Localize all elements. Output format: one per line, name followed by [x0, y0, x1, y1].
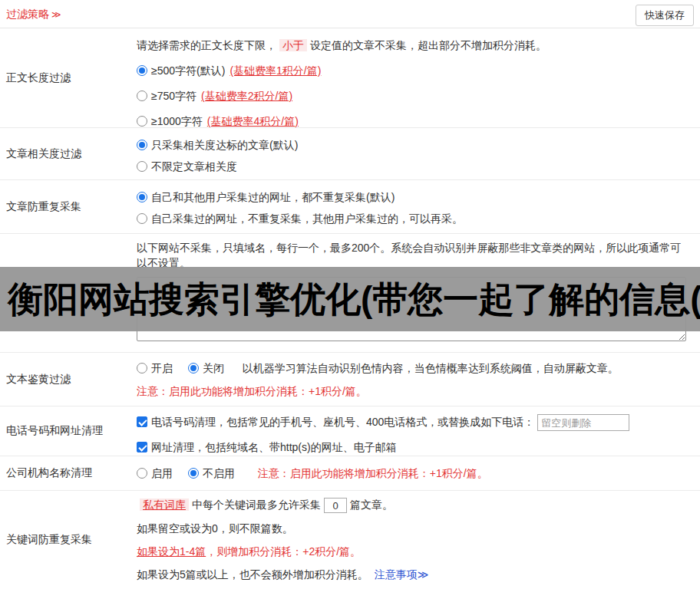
option-relevance-strict-label[interactable]: 只采集相关度达标的文章(默认) — [151, 139, 298, 151]
option-dedupe-self: 自己采集过的网址，不重复采集，其他用户采集过的，可以再采。 — [137, 211, 694, 226]
row-phone-url-clean: 电话号码和网址清理 电话号码清理，包括常见的手机号、座机号、400电话格式，或替… — [0, 406, 700, 456]
option-relevance-strict: 只采集相关度达标的文章(默认) — [137, 137, 694, 153]
keyword-note-cost: 如果设为1-4篇，则增加积分消耗：+2积分/篇。 — [137, 544, 694, 559]
option-1000-label[interactable]: ≥1000字符 — [151, 115, 203, 127]
row-dedupe: 文章防重复采集 自己和其他用户采集过的网址，都不重复采集(默认) 自己采集过的网… — [0, 180, 700, 234]
notes-link[interactable]: 注意事项≫ — [375, 568, 429, 581]
radio-500-chars[interactable] — [137, 65, 147, 76]
filter-settings-page: 过滤策略≫ 快速保存 正文长度过滤 请选择需求的正文长度下限，小于设定值的文章不… — [0, 0, 700, 589]
row-keyword-dedupe-content: 私有词库中每个关键词最多允许采集篇文章。 如果留空或设为0，则不限篇数。 如果设… — [137, 491, 700, 589]
row-body-length: 正文长度过滤 请选择需求的正文长度下限，小于设定值的文章不采集，超出部分不增加积… — [0, 28, 700, 128]
url-clean-label[interactable]: 网址清理，包括纯域名、带http(s)的网址、电子邮箱 — [151, 441, 397, 453]
row-porn-filter: 文本鉴黄过滤 开启 关闭 以机器学习算法自动识别色情内容，当色情概率达到系统阈值… — [0, 353, 700, 406]
phone-clean-label[interactable]: 电话号码清理，包括常见的手机号、座机号、400电话格式，或替换成如下电话： — [151, 416, 534, 428]
porn-filter-note: 注意：启用此功能将增加积分消耗：+1积分/篇。 — [137, 383, 694, 399]
collapse-chevron-icon[interactable]: ≫ — [51, 9, 61, 20]
intro-after: 设定值的文章不采集，超出部分不增加积分消耗。 — [310, 39, 546, 51]
radio-1000-chars[interactable] — [137, 116, 147, 127]
row-keyword-dedupe: 关键词防重复采集 私有词库中每个关键词最多允许采集篇文章。 如果留空或设为0，则… — [0, 491, 700, 589]
row-body-length-label: 正文长度过滤 — [0, 28, 137, 127]
keyword-limit-input[interactable] — [324, 498, 347, 513]
porn-filter-description: 以机器学习算法自动识别色情内容，当色情概率达到系统阈值，自动屏蔽文章。 — [243, 362, 619, 374]
option-porn-off-label[interactable]: 关闭 — [203, 362, 224, 374]
company-clean-note: 注意：启用此功能将增加积分消耗：+1积分/篇。 — [258, 467, 488, 479]
option-company-on: 启用 — [137, 467, 173, 479]
option-dedupe-self-label[interactable]: 自己采集过的网址，不重复采集，其他用户采集过的，可以再采。 — [151, 212, 463, 225]
keyword-note-unlimited: 如果留空或设为0，则不限篇数。 — [137, 521, 694, 536]
radio-relevance-strict[interactable] — [137, 140, 147, 150]
radio-porn-off[interactable] — [188, 363, 199, 373]
option-dedupe-all-label[interactable]: 自己和其他用户采集过的网址，都不重复采集(默认) — [151, 191, 395, 203]
keyword-limit-mid: 中每个关键词最多允许采集 — [192, 499, 321, 511]
body-length-intro: 请选择需求的正文长度下限，小于设定值的文章不采集，超出部分不增加积分消耗。 — [137, 38, 694, 53]
option-porn-off: 关闭 — [188, 362, 224, 374]
radio-750-chars[interactable] — [137, 90, 147, 101]
row-porn-filter-label: 文本鉴黄过滤 — [0, 353, 137, 406]
option-750-chars: ≥750字符(基础费率2积分/篇) — [137, 88, 694, 104]
row-relevance-content: 只采集相关度达标的文章(默认) 不限定文章相关度 — [137, 128, 700, 179]
checkbox-url-clean[interactable] — [137, 442, 147, 452]
radio-dedupe-self[interactable] — [137, 213, 147, 224]
option-1000-chars: ≥1000字符(基础费率4积分/篇) — [137, 114, 694, 129]
porn-filter-options: 开启 关闭 以机器学习算法自动识别色情内容，当色情概率达到系统阈值，自动屏蔽文章… — [137, 360, 694, 376]
checkbox-phone-clean[interactable] — [137, 416, 147, 427]
row-company-clean-content: 启用 不启用 注意：启用此功能将增加积分消耗：+1积分/篇。 — [137, 456, 700, 490]
drag-overlay-banner: 衡阳网站搜索引擎优化(带您一起了解的信息(图 — [0, 267, 700, 331]
topbar: 过滤策略≫ 快速保存 — [0, 0, 700, 28]
option-company-off: 不启用 — [188, 467, 235, 479]
option-company-off-label[interactable]: 不启用 — [203, 467, 235, 479]
option-500-note: (基础费率1积分/篇) — [229, 64, 321, 77]
company-clean-options: 启用 不启用 注意：启用此功能将增加积分消耗：+1积分/篇。 — [137, 466, 694, 481]
radio-dedupe-all[interactable] — [137, 192, 147, 202]
page-title: 过滤策略 — [6, 8, 49, 20]
option-porn-on: 开启 — [137, 362, 173, 374]
row-keyword-dedupe-label: 关键词防重复采集 — [0, 491, 137, 589]
replacement-phone-input[interactable] — [537, 414, 629, 431]
keyword-cost-range: 如果设为1-4篇 — [137, 545, 206, 558]
option-dedupe-all: 自己和其他用户采集过的网址，都不重复采集(默认) — [137, 189, 694, 205]
blacklist-description: 以下网站不采集，只填域名，每行一个，最多200个。系统会自动识别并屏蔽那些非文章… — [137, 240, 686, 271]
row-phone-url-clean-content: 电话号码清理，包括常见的手机号、座机号、400电话格式，或替换成如下电话： 网址… — [137, 406, 700, 456]
option-relevance-any: 不限定文章相关度 — [137, 159, 694, 174]
option-750-note: (基础费率2积分/篇) — [201, 90, 292, 102]
row-porn-filter-content: 开启 关闭 以机器学习算法自动识别色情内容，当色情概率达到系统阈值，自动屏蔽文章… — [137, 353, 700, 406]
keyword-limit-after: 篇文章。 — [350, 499, 393, 511]
radio-company-off[interactable] — [188, 468, 199, 479]
keyword-five-text: 如果设为5篇或以上，也不会额外增加积分消耗。 — [137, 568, 368, 581]
phone-clean-option: 电话号码清理，包括常见的手机号、座机号、400电话格式，或替换成如下电话： — [137, 413, 694, 431]
radio-relevance-any[interactable] — [137, 161, 147, 172]
row-relevance-label: 文章相关度过滤 — [0, 128, 137, 179]
keyword-note-five: 如果设为5篇或以上，也不会额外增加积分消耗。注意事项≫ — [137, 567, 694, 582]
url-clean-option: 网址清理，包括纯域名、带http(s)的网址、电子邮箱 — [137, 438, 694, 456]
option-750-label[interactable]: ≥750字符 — [151, 90, 196, 102]
option-1000-note: (基础费率4积分/篇) — [207, 115, 299, 127]
row-phone-url-clean-label: 电话号码和网址清理 — [0, 406, 137, 456]
row-dedupe-label: 文章防重复采集 — [0, 180, 137, 233]
row-company-clean: 公司机构名称清理 启用 不启用 注意：启用此功能将增加积分消耗：+1积分/篇。 — [0, 456, 700, 491]
keyword-limit-line: 私有词库中每个关键词最多允许采集篇文章。 — [137, 497, 694, 513]
option-500-label[interactable]: ≥500字符(默认) — [151, 64, 225, 77]
option-500-chars: ≥500字符(默认)(基础费率1积分/篇) — [137, 63, 694, 78]
intro-before: 请选择需求的正文长度下限， — [137, 39, 276, 51]
row-dedupe-content: 自己和其他用户采集过的网址，都不重复采集(默认) 自己采集过的网址，不重复采集，… — [137, 180, 700, 233]
row-body-length-content: 请选择需求的正文长度下限，小于设定值的文章不采集，超出部分不增加积分消耗。 ≥5… — [137, 28, 700, 127]
row-company-clean-label: 公司机构名称清理 — [0, 456, 137, 490]
option-relevance-any-label[interactable]: 不限定文章相关度 — [151, 160, 237, 173]
private-lexicon-highlight: 私有词库 — [140, 499, 189, 511]
quick-save-button[interactable]: 快速保存 — [636, 5, 694, 26]
row-relevance: 文章相关度过滤 只采集相关度达标的文章(默认) 不限定文章相关度 — [0, 128, 700, 180]
keyword-cost-rest: ，则增加积分消耗：+2积分/篇。 — [206, 545, 361, 558]
option-porn-on-label[interactable]: 开启 — [151, 362, 173, 374]
less-than-highlight: 小于 — [279, 39, 307, 51]
option-company-on-label[interactable]: 启用 — [151, 467, 173, 479]
radio-company-on[interactable] — [137, 468, 147, 479]
radio-porn-on[interactable] — [137, 363, 147, 373]
